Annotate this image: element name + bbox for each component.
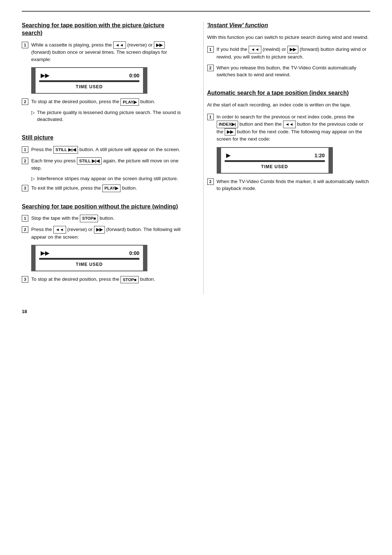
step-num-2: 2 <box>22 98 28 105</box>
screen-top-bar-2: ▶▶ 0:00 <box>39 250 139 256</box>
screen-display-2: ▶▶ 0:00 TIME USED <box>31 245 147 271</box>
screen-label-2: TIME USED <box>39 262 139 267</box>
note-arrow-icon: ▷ <box>31 110 35 115</box>
screen-left-strip-2 <box>32 246 36 271</box>
screen-time-2: 0:00 <box>129 250 139 256</box>
step-instant-1-text: If you hold the ◄◄ (rewind) or ▶▶ (forwa… <box>217 46 371 60</box>
index-search-intro: At the start of each recording, an index… <box>207 101 371 109</box>
section-winding: Searching for tape position without the … <box>22 203 185 284</box>
step-3-still: 3 To exit the still picture, press the P… <box>22 185 185 192</box>
step-2-picture: 2 To stop at the desired position, press… <box>22 98 185 106</box>
step-index-2-text: When the TV-Video Combi finds the marker… <box>217 178 371 192</box>
btn-forward-idx: ▶▶ <box>225 128 236 136</box>
screen-display-1: ▶▶ 0:00 TIME USED <box>31 67 147 94</box>
step-still-3-text: To exit the still picture, press the PLA… <box>31 185 185 192</box>
step-2-index: 2 When the TV-Video Combi finds the mark… <box>207 178 371 192</box>
step-winding-2-text: Press the ◄◄ (reverse) or ▶▶ (forward) b… <box>31 226 185 240</box>
step-still-3-num: 3 <box>22 185 28 191</box>
step-winding-3-text: To stop at the desired position, press t… <box>31 276 185 283</box>
step-1-index: 1 In order to search for the previous or… <box>207 113 371 143</box>
section-still-picture: Still picture 1 Press the STILL ▶|◀ butt… <box>22 134 185 192</box>
step-1-winding: 1 Stop the tape with the STOP■ button. <box>22 215 185 222</box>
step-still-1-num: 1 <box>22 146 28 153</box>
btn-forward-iv: ▶▶ <box>287 46 298 53</box>
screen-ff-symbol-2: ▶▶ <box>41 250 49 256</box>
screen-top-bar: ▶▶ 0:00 <box>39 72 139 79</box>
note-still-arrow: ▷ <box>31 176 35 181</box>
right-column: 'Instant View' function With this functi… <box>203 22 371 294</box>
screen-left-strip <box>32 68 36 93</box>
step-winding-1-num: 1 <box>22 215 28 222</box>
section-instant-view-title: 'Instant View' function <box>207 22 371 29</box>
btn-stop-2: STOP■ <box>121 276 139 284</box>
btn-still-2: STILL ▶|◀ <box>77 157 102 165</box>
screen-progress-bar-2 <box>39 258 139 260</box>
step-2-still: 2 Each time you press STILL ▶|◀ again, t… <box>22 157 185 172</box>
screen-top-bar-idx: ▶ 1:20 <box>225 152 325 159</box>
step-winding-2-num: 2 <box>22 226 28 233</box>
screen-right-strip <box>143 68 147 93</box>
instant-view-intro: With this function you can switch to pic… <box>207 34 371 41</box>
screen-ff-symbol-idx: ▶ <box>226 152 230 159</box>
step-instant-1-num: 1 <box>207 46 214 53</box>
top-rule <box>22 11 370 12</box>
step-1-still: 1 Press the STILL ▶|◀ button. A still pi… <box>22 146 185 154</box>
section-picture-search-title: Searching for tape position with the pic… <box>22 22 185 37</box>
screen-right-strip-2 <box>143 246 147 271</box>
step-still-1-text: Press the STILL ▶|◀ button. A still pict… <box>31 146 185 154</box>
screen-right-strip-idx <box>328 148 332 173</box>
step-2-text: To stop at the desired position, press t… <box>31 98 185 106</box>
screen-label-idx: TIME USED <box>225 164 325 169</box>
note-still-text: Interference stripes may appear on the s… <box>37 175 185 182</box>
step-1-picture: 1 While a cassette is playing, press the… <box>22 41 185 63</box>
step-winding-3-num: 3 <box>22 276 28 283</box>
step-index-2-num: 2 <box>207 178 214 185</box>
step-still-2-text: Each time you press STILL ▶|◀ again, the… <box>31 157 185 172</box>
step-index-1-text: In order to search for the previous or n… <box>217 113 371 143</box>
step-num-1: 1 <box>22 42 28 48</box>
btn-index: INDEX▶| <box>217 121 238 128</box>
screen-ff-symbol: ▶▶ <box>41 72 49 79</box>
btn-reverse-idx: ◄◄ <box>283 121 296 128</box>
btn-reverse-wind: ◄◄ <box>53 226 66 234</box>
screen-progress-bar-idx <box>225 160 325 162</box>
step-3-winding: 3 To stop at the desired position, press… <box>22 276 185 283</box>
screen-content-2: ▶▶ 0:00 TIME USED <box>36 246 143 271</box>
btn-reverse: ◄◄ <box>113 41 126 49</box>
screen-time-idx: 1:20 <box>314 153 324 158</box>
step-2-instant: 2 When you release this button, the TV-V… <box>207 64 371 78</box>
screen-content-idx: ▶ 1:20 TIME USED <box>221 148 328 173</box>
section-still-picture-title: Still picture <box>22 134 185 142</box>
section-winding-title: Searching for tape position without the … <box>22 203 185 211</box>
btn-forward: ▶▶ <box>154 41 165 49</box>
note-still: ▷ Interference stripes may appear on the… <box>31 175 185 182</box>
step-1-instant: 1 If you hold the ◄◄ (rewind) or ▶▶ (for… <box>207 46 371 60</box>
step-instant-2-text: When you release this button, the TV-Vid… <box>217 64 371 78</box>
page-number: 18 <box>22 309 370 314</box>
section-picture-search: Searching for tape position with the pic… <box>22 22 185 123</box>
section-index-search-title: Automatic search for a tape position (in… <box>207 89 371 97</box>
screen-left-strip-idx <box>217 148 221 173</box>
btn-forward-wind: ▶▶ <box>94 226 105 234</box>
screen-content-1: ▶▶ 0:00 TIME USED <box>36 68 143 93</box>
note-picture-search: ▷ The picture quality is lessened during… <box>31 109 185 123</box>
screen-progress-bar <box>39 80 139 82</box>
btn-play: PLAY▶ <box>121 98 139 106</box>
note-picture-search-text: The picture quality is lessened during p… <box>37 109 185 123</box>
step-still-2-num: 2 <box>22 158 28 164</box>
step-winding-1-text: Stop the tape with the STOP■ button. <box>31 215 185 222</box>
step-instant-2-num: 2 <box>207 65 214 71</box>
main-content: Searching for tape position with the pic… <box>22 22 370 294</box>
screen-label-1: TIME USED <box>39 84 139 89</box>
step-index-1-num: 1 <box>207 114 214 120</box>
step-2-winding: 2 Press the ◄◄ (reverse) or ▶▶ (forward)… <box>22 226 185 240</box>
btn-play-still: PLAY▶ <box>102 185 121 192</box>
left-column: Searching for tape position with the pic… <box>22 22 189 294</box>
step-1-text: While a cassette is playing, press the ◄… <box>31 41 185 63</box>
btn-still-1: STILL ▶|◀ <box>53 146 78 154</box>
btn-rewind-iv: ◄◄ <box>249 46 261 53</box>
screen-time-1: 0:00 <box>129 73 139 78</box>
screen-display-index: ▶ 1:20 TIME USED <box>217 147 333 174</box>
btn-stop-1: STOP■ <box>80 215 98 222</box>
section-instant-view: 'Instant View' function With this functi… <box>207 22 371 78</box>
